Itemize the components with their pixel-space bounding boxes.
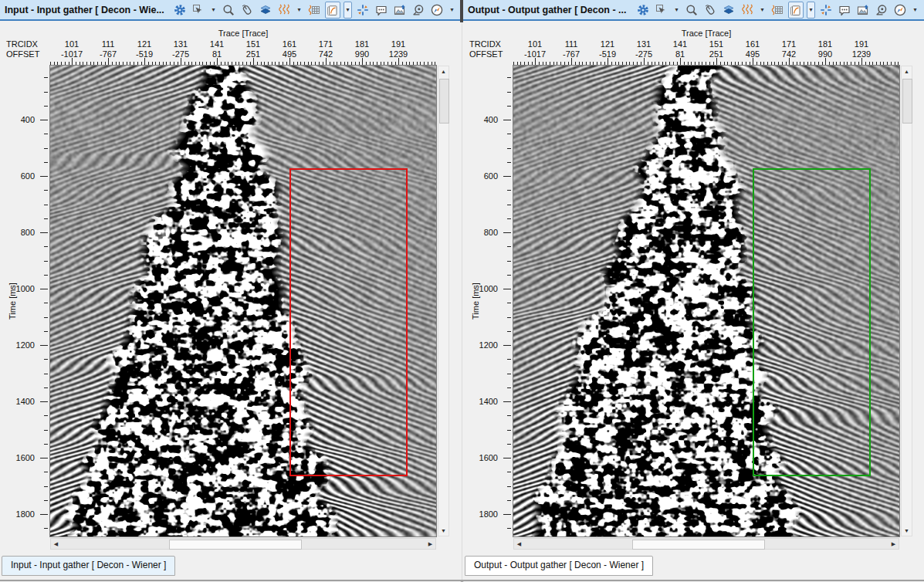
scroll-left-button[interactable]: ◀ xyxy=(514,539,524,549)
vertical-scrollbar[interactable]: ▲ ▼ xyxy=(901,66,912,536)
gather-tab[interactable]: Output - Output gather [ Decon - Wiener … xyxy=(465,556,653,576)
seismic-canvas[interactable] xyxy=(513,66,899,536)
scroll-down-button[interactable]: ▼ xyxy=(438,526,448,536)
trace-tick-label: 151 xyxy=(709,39,723,49)
measure-icon[interactable] xyxy=(874,2,889,19)
offset-tick-label: -1017 xyxy=(61,49,83,59)
wiggle-grid-icon[interactable] xyxy=(306,2,322,19)
mouse-mode-icon[interactable] xyxy=(702,2,718,19)
measure-icon[interactable] xyxy=(411,2,426,19)
trace-major-tick xyxy=(217,58,218,65)
trace-minor-tick xyxy=(304,62,305,65)
trace-minor-tick xyxy=(844,62,844,65)
crosshair-pick-icon[interactable] xyxy=(818,2,834,19)
settings-gear-icon[interactable] xyxy=(635,2,651,19)
trace-minor-tick xyxy=(691,62,692,65)
vertical-scroll-thumb[interactable] xyxy=(439,79,449,124)
time-tick-label: 800 xyxy=(21,228,35,237)
wiggle-grid-icon[interactable] xyxy=(770,2,785,19)
trace-minor-tick xyxy=(424,62,425,65)
trace-minor-tick xyxy=(130,62,130,65)
select-mode-icon[interactable] xyxy=(191,2,206,19)
trace-minor-tick xyxy=(887,62,888,65)
time-tick-label: 1400 xyxy=(16,397,35,406)
time-minor-tick xyxy=(507,444,511,445)
layers-icon[interactable] xyxy=(721,2,736,19)
trace-minor-tick xyxy=(760,62,761,65)
compass-icon[interactable] xyxy=(429,2,445,19)
time-minor-tick xyxy=(44,500,48,501)
panel-title: Output - Output gather [ Decon - ... xyxy=(468,5,627,15)
trace-minor-tick xyxy=(702,62,702,65)
trace-minor-tick xyxy=(93,62,94,65)
horizontal-scroll-thumb[interactable] xyxy=(632,540,765,550)
gather-pages-icon[interactable] xyxy=(325,2,340,19)
gather-tab[interactable]: Input - Input gather [ Decon - Wiener ] xyxy=(2,556,175,576)
select-mode-icon[interactable] xyxy=(654,2,669,19)
trace-minor-tick xyxy=(586,62,587,65)
trace-minor-tick xyxy=(275,62,276,65)
trace-minor-tick xyxy=(593,62,594,65)
trace-tick-label: 181 xyxy=(355,39,369,49)
mouse-mode-icon[interactable] xyxy=(239,2,255,19)
gather-pages-icon[interactable] xyxy=(788,2,804,19)
wiggle-display-icon[interactable] xyxy=(740,2,755,19)
vertical-scroll-thumb[interactable] xyxy=(902,79,912,124)
trace-minor-tick xyxy=(351,62,352,65)
trace-minor-tick xyxy=(178,62,178,65)
zoom-icon[interactable] xyxy=(684,2,699,19)
time-minor-tick xyxy=(507,317,511,318)
trace-minor-tick xyxy=(300,62,301,65)
wiggle-display-dropdown-icon[interactable]: ▾ xyxy=(758,2,767,19)
select-mode-dropdown-icon[interactable]: ▾ xyxy=(672,2,681,19)
trace-minor-tick xyxy=(695,62,696,65)
trace-minor-tick xyxy=(65,62,66,65)
scroll-up-button[interactable]: ▲ xyxy=(902,66,912,76)
trace-minor-tick xyxy=(622,62,623,65)
gather-pages-dropdown-icon[interactable]: ▾ xyxy=(344,2,352,19)
trace-minor-tick xyxy=(264,62,265,65)
scroll-right-button[interactable]: ▶ xyxy=(888,539,899,549)
trace-minor-tick xyxy=(391,62,392,65)
scroll-up-button[interactable]: ▲ xyxy=(438,66,448,76)
crosshair-pick-icon[interactable] xyxy=(355,2,371,19)
trace-minor-tick xyxy=(847,62,848,65)
export-image-icon[interactable] xyxy=(392,2,408,19)
trace-minor-tick xyxy=(366,62,367,65)
wiggle-display-dropdown-icon[interactable]: ▾ xyxy=(295,2,303,19)
vertical-scrollbar[interactable]: ▲ ▼ xyxy=(438,66,449,536)
trace-minor-tick xyxy=(83,62,83,65)
compass-icon[interactable] xyxy=(892,2,908,19)
wiggle-display-icon[interactable] xyxy=(276,2,292,19)
time-major-tick xyxy=(503,514,511,515)
trace-minor-tick xyxy=(543,62,543,65)
export-image-icon[interactable] xyxy=(855,2,871,19)
trace-minor-tick xyxy=(618,62,619,65)
seismic-canvas[interactable] xyxy=(50,66,436,536)
trace-minor-tick xyxy=(626,62,627,65)
compass-dropdown-icon[interactable]: ▾ xyxy=(448,2,456,19)
settings-gear-icon[interactable] xyxy=(172,2,188,19)
gather-pages-dropdown-icon[interactable]: ▾ xyxy=(807,2,815,19)
horizontal-scrollbar[interactable]: ◀ ▶ xyxy=(513,538,899,550)
zoom-icon[interactable] xyxy=(221,2,236,19)
trace-minor-tick xyxy=(246,62,247,65)
scroll-left-button[interactable]: ◀ xyxy=(51,539,61,549)
comment-icon[interactable] xyxy=(374,2,389,19)
layers-icon[interactable] xyxy=(258,2,273,19)
scroll-down-button[interactable]: ▼ xyxy=(902,526,912,536)
comment-icon[interactable] xyxy=(837,2,852,19)
scroll-right-button[interactable]: ▶ xyxy=(425,539,435,549)
horizontal-scroll-thumb[interactable] xyxy=(169,540,302,550)
trace-minor-tick xyxy=(225,62,225,65)
horizontal-scrollbar[interactable]: ◀ ▶ xyxy=(50,538,436,550)
time-minor-tick xyxy=(44,190,48,191)
trace-minor-tick xyxy=(272,62,272,65)
trace-minor-tick xyxy=(858,62,859,65)
time-major-tick xyxy=(40,176,48,177)
compass-dropdown-icon[interactable]: ▾ xyxy=(911,2,919,19)
select-mode-dropdown-icon[interactable]: ▾ xyxy=(209,2,218,19)
time-minor-tick xyxy=(507,359,511,360)
offset-tick-label: 1239 xyxy=(852,49,871,59)
time-minor-tick xyxy=(44,106,48,107)
